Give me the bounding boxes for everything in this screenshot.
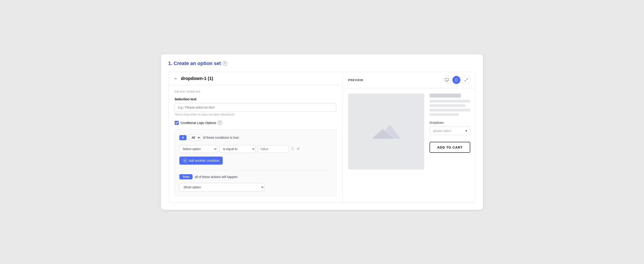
is-equal-to-dropdown[interactable]: Is equal to <box>220 145 255 153</box>
dropdown-label: Dropdown <box>430 121 470 124</box>
selection-text-input[interactable] <box>175 103 336 112</box>
value-input[interactable] <box>258 145 289 153</box>
back-button[interactable]: ← <box>174 76 178 81</box>
skeleton-line-1 <box>430 100 470 102</box>
product-details: Dropdown please select ▼ ADD TO CART <box>430 94 470 170</box>
mountain-icon <box>368 120 404 143</box>
mobile-icon <box>455 78 458 82</box>
help-icon[interactable]: ? <box>223 61 227 66</box>
view-toggle <box>443 76 460 84</box>
if-row: If All of these conditions is true: <box>179 134 332 141</box>
show-option-select[interactable]: Show option <box>179 183 264 191</box>
expand-icon <box>464 78 468 82</box>
right-header: PREVIEW <box>343 72 476 88</box>
svg-line-5 <box>466 79 468 80</box>
conditional-logic-checkbox[interactable] <box>175 121 179 125</box>
expand-button[interactable] <box>462 76 470 84</box>
remove-condition-icon[interactable]: ✕ <box>296 147 300 151</box>
plus-icon: + <box>183 159 187 163</box>
conditional-logic-label: Conditional Logic Options ? <box>180 121 222 125</box>
left-body: link text / tooltip text Selection text … <box>168 85 342 202</box>
page-title-row: 1. Create an option set ? <box>168 60 476 66</box>
product-image-placeholder <box>348 94 424 170</box>
left-header: ← dropdown-1 (1) <box>168 72 342 85</box>
add-condition-button[interactable]: + Add another condition <box>179 157 223 165</box>
actions-text: all of these actions will happen: <box>195 175 238 179</box>
selection-text-label: Selection text <box>175 97 336 101</box>
select-option-dropdown[interactable]: Select option <box>179 145 217 153</box>
preview-label: PREVIEW <box>348 78 363 82</box>
drag-handle-icon[interactable]: ⠿ <box>291 147 294 151</box>
svg-rect-3 <box>456 79 457 81</box>
right-panel: PREVIEW <box>343 72 476 202</box>
then-badge: Then <box>179 174 192 179</box>
skeleton-line-2 <box>430 104 465 107</box>
skeleton-title <box>430 94 461 98</box>
skeleton-line-3 <box>430 109 470 111</box>
condition-text: of these conditions is true: <box>203 136 240 139</box>
skeleton-line-4 <box>430 113 459 116</box>
main-card: 1. Create an option set ? ← dropdown-1 (… <box>161 54 483 210</box>
conditional-logic-row: Conditional Logic Options ? <box>175 121 336 125</box>
faded-text: link text / tooltip text <box>175 90 336 93</box>
left-panel: ← dropdown-1 (1) link text / tooltip tex… <box>168 72 343 202</box>
skeleton-lines <box>430 100 470 116</box>
dropdown-preview-wrapper: please select ▼ <box>430 127 470 135</box>
add-to-cart-button[interactable]: ADD TO CART <box>430 142 470 153</box>
preview-dropdown[interactable]: please select <box>430 127 470 135</box>
desktop-view-button[interactable] <box>443 76 451 84</box>
selection-hint: Text to show when no value has been sele… <box>175 113 336 116</box>
if-badge: If <box>179 135 186 140</box>
then-row: Then all of these actions will happen: <box>179 174 332 179</box>
right-body: Dropdown please select ▼ ADD TO CART <box>343 88 476 175</box>
conditions-row: Select option Is equal to ⠿ ✕ <box>179 145 332 153</box>
desktop-icon <box>445 78 449 82</box>
content-area: ← dropdown-1 (1) link text / tooltip tex… <box>168 72 476 203</box>
svg-rect-0 <box>446 78 449 81</box>
logic-box: If All of these conditions is true: Sele… <box>175 130 336 196</box>
panel-title: dropdown-1 (1) <box>181 76 213 81</box>
all-select[interactable]: All <box>189 134 201 141</box>
conditional-logic-help-icon[interactable]: ? <box>218 121 222 125</box>
mobile-view-button[interactable] <box>452 76 460 84</box>
svg-line-6 <box>465 80 466 81</box>
page-title: 1. Create an option set <box>168 60 221 66</box>
